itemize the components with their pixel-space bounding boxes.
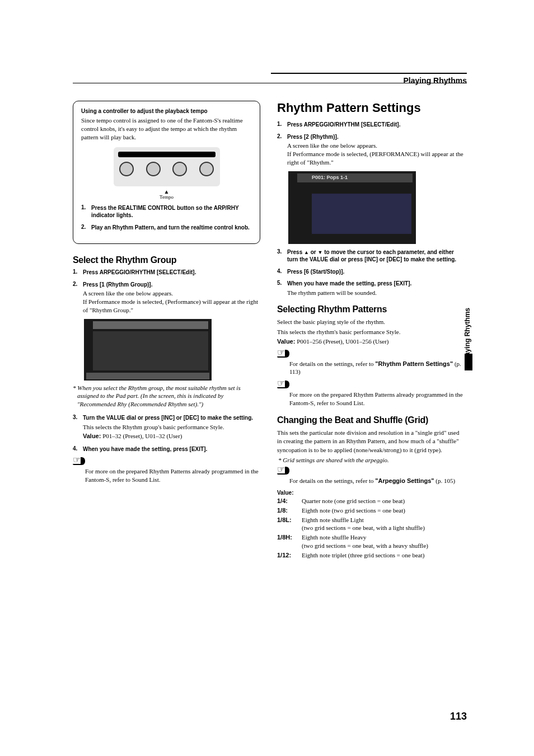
- step-4: 4. When you have made the setting, press…: [73, 445, 260, 453]
- callout-steps: 1. Press the REALTIME CONTROL button so …: [81, 204, 252, 232]
- value-line: Value: P001–256 (Preset), U001–256 (User…: [277, 337, 465, 346]
- step-text: Play an Rhythm Pattern, and turn the rea…: [91, 224, 252, 232]
- value-desc: Eighth note shuffle Heavy (two grid sect…: [302, 533, 465, 550]
- value-row: 1/8H: Eighth note shuffle Heavy (two gri…: [277, 533, 465, 550]
- note-rhythm-group: When you select the Rhythm group, the mo…: [77, 384, 260, 409]
- right-column: Rhythm Pattern Settings 1. Press ARPEGGI…: [277, 101, 465, 561]
- callout-body: Since tempo control is assigned to one o…: [81, 116, 252, 142]
- value-row: 1/8: Eighth note (two grid sections = on…: [277, 506, 465, 515]
- value-line: Value: P01–32 (Preset), U01–32 (User): [83, 432, 260, 440]
- step-text: Press [1 (Rhythm Group)].: [83, 281, 260, 289]
- step-number: 4.: [277, 268, 287, 276]
- heading-changing-beat-shuffle: Changing the Beat and Shuffle (Grid): [277, 415, 465, 425]
- step-2: 2. Press [2 (Rhythm)]. A screen like the…: [277, 133, 465, 167]
- rhythm-pattern-screenshot: P001: Pops 1-1: [288, 171, 416, 244]
- step-text: Press ARPEGGIO/RHYTHM [SELECT/Edit].: [287, 121, 465, 129]
- step-number: 4.: [73, 445, 83, 453]
- value-key: 1/12:: [277, 551, 302, 560]
- sec1-p1: Select the basic playing style of the rh…: [277, 318, 465, 326]
- rhythm-group-steps: 1. Press ARPEGGIO/RHYTHM [SELECT/Edit]. …: [73, 269, 260, 314]
- step-body: A screen like the one below appears. If …: [287, 142, 465, 167]
- sec2-p: This sets the particular note division a…: [277, 429, 465, 454]
- step-body: The rhythm pattern will be sounded.: [287, 289, 465, 297]
- step-number: 1.: [73, 269, 83, 276]
- heading-rhythm-pattern-settings: Rhythm Pattern Settings: [277, 101, 465, 115]
- callout-step-2: 2. Play an Rhythm Pattern, and turn the …: [81, 224, 252, 232]
- step-number: 1.: [277, 121, 287, 129]
- step-3: 3. Turn the VALUE dial or press [INC] or…: [73, 414, 260, 441]
- header-rule: [73, 83, 467, 83]
- value-desc: Eighth note (two grid sections = one bea…: [302, 506, 465, 515]
- value-desc: Quarter note (one grid section = one bea…: [302, 497, 465, 505]
- sec2-note: Grid settings are shared with the arpegg…: [283, 457, 465, 463]
- value-label: Value:: [277, 338, 295, 345]
- reference-block: For details on the settings, refer to "A…: [277, 467, 465, 485]
- step-5: 5. When you have made the setting, press…: [277, 280, 465, 297]
- value-desc: Eighth note shuffle Light (two grid sect…: [302, 516, 465, 533]
- step-text: Press the REALTIME CONTROL button so the…: [91, 204, 252, 219]
- side-tab-marker: [465, 354, 472, 370]
- value-key: 1/8H:: [277, 533, 302, 550]
- step-number: 5.: [277, 280, 287, 297]
- step-text: Press [6 (Start/Stop)].: [287, 268, 465, 276]
- step-1: 1. Press ARPEGGIO/RHYTHM [SELECT/Edit].: [277, 121, 465, 129]
- reference-text: For details on the settings, refer to "A…: [289, 477, 465, 485]
- step-2: 2. Press [1 (Rhythm Group)]. A screen li…: [73, 281, 260, 314]
- value-key: 1/8:: [277, 506, 302, 515]
- step-number: 2.: [277, 133, 287, 167]
- page-number: 113: [450, 711, 467, 722]
- step-text: Press or to move the cursor to each para…: [287, 248, 465, 264]
- step-number: 2.: [73, 281, 83, 314]
- callout-tempo: Using a controller to adjust the playbac…: [73, 101, 260, 244]
- value-desc: Eighth note triplet (three grid sections…: [302, 551, 465, 560]
- step-1: 1. Press ARPEGGIO/RHYTHM [SELECT/Edit].: [73, 269, 260, 276]
- step-text: When you have made the setting, press [E…: [287, 280, 465, 288]
- heading-selecting-rhythm-patterns: Selecting Rhythm Patterns: [277, 304, 465, 314]
- left-column: Using a controller to adjust the playbac…: [73, 101, 260, 561]
- realtime-control-illustration: [114, 147, 220, 186]
- step-text: Turn the VALUE dial or press [INC] or [D…: [83, 414, 260, 422]
- value-row: 1/8L: Eighth note shuffle Light (two gri…: [277, 516, 465, 533]
- pointing-hand-icon: [73, 457, 85, 465]
- step-number: 3.: [73, 414, 83, 441]
- step-number: 2.: [81, 224, 91, 232]
- callout-title: Using a controller to adjust the playbac…: [81, 108, 252, 114]
- arrow-up-icon: ▲: [81, 190, 252, 194]
- step-number: 3.: [277, 248, 287, 264]
- value-key: 1/4:: [277, 497, 302, 505]
- reference-text: For details on the settings, refer to "R…: [289, 360, 465, 377]
- tempo-label: Tempo: [81, 194, 252, 200]
- reference-block: For more on the prepared Rhythm Patterns…: [73, 457, 260, 484]
- triangle-up-icon: [304, 249, 309, 255]
- value-key: 1/8L:: [277, 516, 302, 533]
- value-heading: Value:: [277, 490, 465, 496]
- step-3: 3. Press or to move the cursor to each p…: [277, 248, 465, 264]
- heading-select-rhythm-group: Select the Rhythm Group: [73, 255, 260, 265]
- pointing-hand-icon: [277, 381, 289, 388]
- step-body: A screen like the one below appears. If …: [83, 289, 260, 314]
- reference-block: For details on the settings, refer to "R…: [277, 350, 465, 377]
- step-number: 1.: [81, 204, 91, 219]
- pattern-steps-a: 1. Press ARPEGGIO/RHYTHM [SELECT/Edit]. …: [277, 121, 465, 167]
- value-row: 1/4: Quarter note (one grid section = on…: [277, 497, 465, 505]
- callout-step-1: 1. Press the REALTIME CONTROL button so …: [81, 204, 252, 219]
- pattern-steps-b: 3. Press or to move the cursor to each p…: [277, 248, 465, 297]
- value-text: P01–32 (Preset), U01–32 (User): [101, 433, 182, 439]
- pointing-hand-icon: [277, 350, 289, 358]
- rhythm-group-steps-cont: 3. Turn the VALUE dial or press [INC] or…: [73, 414, 260, 453]
- step-text: Press ARPEGGIO/RHYTHM [SELECT/Edit].: [83, 269, 260, 276]
- reference-block: For more on the prepared Rhythm Patterns…: [277, 381, 465, 407]
- step-text: When you have made the setting, press [E…: [83, 445, 260, 453]
- step-body: This selects the Rhythm group's basic pe…: [83, 423, 260, 431]
- value-row: 1/12: Eighth note triplet (three grid se…: [277, 551, 465, 560]
- sec1-p2: This selects the rhythm's basic performa…: [277, 328, 465, 336]
- step-text: Press [2 (Rhythm)].: [287, 133, 465, 141]
- step-4: 4. Press [6 (Start/Stop)].: [277, 268, 465, 276]
- screenshot-pattern-label: P001: Pops 1-1: [312, 175, 348, 180]
- value-label: Value:: [83, 433, 101, 439]
- reference-text: For more on the prepared Rhythm Patterns…: [289, 391, 465, 407]
- value-text: P001–256 (Preset), U001–256 (User): [295, 338, 388, 345]
- reference-text: For more on the prepared Rhythm Patterns…: [85, 467, 260, 484]
- pointing-hand-icon: [277, 467, 289, 475]
- rhythm-group-screenshot: [84, 319, 212, 381]
